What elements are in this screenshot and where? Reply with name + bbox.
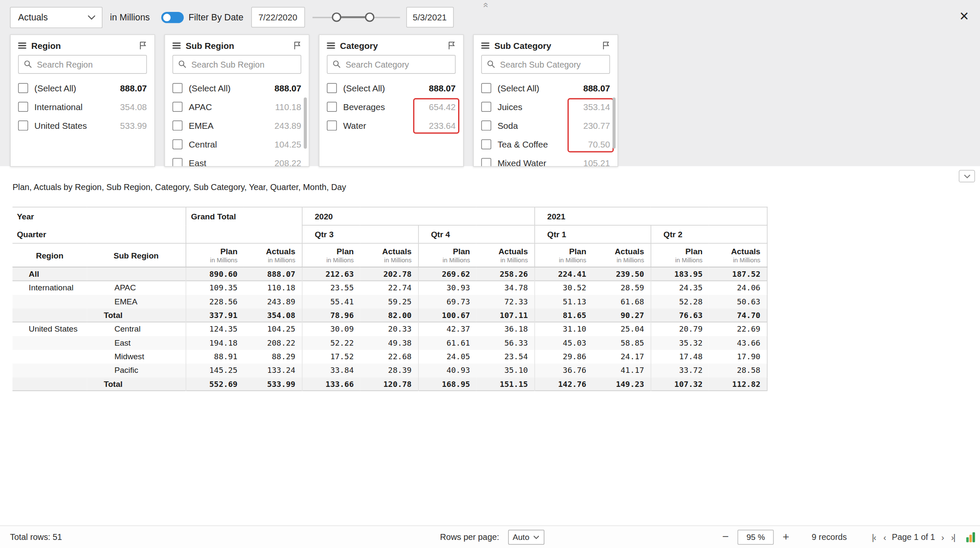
menu-icon[interactable]: [173, 43, 181, 49]
filter-item-value: 354.08: [120, 102, 147, 112]
measure-header-row: RegionSub RegionPlanin MillionsActualsin…: [12, 243, 767, 267]
next-page-button[interactable]: ›: [937, 532, 947, 542]
filter-item--select-all-[interactable]: (Select All)888.07: [474, 79, 618, 97]
slider-handle-start[interactable]: [332, 12, 341, 22]
filter-item-label: (Select All): [34, 83, 76, 93]
subregion-cell: EMEA: [87, 295, 185, 308]
filter-item-tea-coffee[interactable]: Tea & Coffee70.50: [474, 135, 618, 153]
checkbox[interactable]: [18, 121, 28, 131]
checkbox[interactable]: [481, 139, 491, 150]
plan-column-header: Planin Millions: [418, 243, 476, 267]
filter-item-label: International: [34, 102, 83, 112]
flag-button[interactable]: [602, 41, 610, 50]
flag-icon: [447, 41, 456, 50]
filter-item-apac[interactable]: APAC110.18: [165, 97, 309, 116]
flag-button[interactable]: [139, 41, 147, 50]
checkbox[interactable]: [173, 139, 183, 150]
value-cell: 24.05: [418, 349, 476, 363]
flag-button[interactable]: [293, 41, 301, 50]
filter-item-value: 533.99: [120, 121, 147, 131]
zoom-level[interactable]: 95 %: [738, 529, 774, 544]
zoom-out-button[interactable]: −: [718, 531, 732, 544]
plan-column-header: Planin Millions: [185, 243, 244, 267]
scrollbar-thumb[interactable]: [304, 97, 307, 148]
pivot-body: All890.60888.07212.63202.78269.62258.262…: [12, 267, 767, 391]
last-page-button[interactable]: ›|: [947, 532, 959, 542]
filter-item--select-all-[interactable]: (Select All)888.07: [165, 79, 309, 97]
scrollbar-thumb[interactable]: [612, 97, 615, 148]
search-input[interactable]: Search Sub Category: [481, 55, 610, 74]
checkbox[interactable]: [481, 102, 491, 112]
value-cell: 100.67: [418, 308, 476, 322]
checkbox[interactable]: [18, 102, 28, 112]
filter-item-international[interactable]: International354.08: [11, 97, 154, 116]
first-page-button[interactable]: |‹: [868, 532, 880, 542]
value-cell: 81.65: [534, 308, 593, 322]
region-cell: [12, 349, 87, 363]
actuals-column-header: Actualsin Millions: [244, 243, 302, 267]
slider-handle-end[interactable]: [365, 12, 374, 22]
menu-icon[interactable]: [481, 43, 489, 49]
checkbox[interactable]: [327, 83, 337, 93]
checkbox[interactable]: [481, 158, 491, 167]
filter-item-beverages[interactable]: Beverages654.42: [319, 97, 463, 116]
checkbox[interactable]: [481, 121, 491, 131]
end-date-input[interactable]: 5/3/2021: [406, 7, 453, 27]
start-date-input[interactable]: 7/22/2020: [251, 7, 305, 27]
search-input[interactable]: Search Sub Region: [173, 55, 302, 74]
filter-item-juices[interactable]: Juices353.14: [474, 97, 618, 116]
value-cell: 30.52: [534, 281, 593, 294]
search-input[interactable]: Search Region: [18, 55, 147, 74]
menu-icon[interactable]: [327, 43, 335, 49]
filter-item-central[interactable]: Central104.25: [165, 135, 309, 153]
checkbox[interactable]: [173, 83, 183, 93]
value-cell: 35.32: [651, 336, 709, 349]
chevron-down-icon: [533, 535, 539, 539]
value-cell: 90.27: [593, 308, 651, 322]
value-cell: 41.17: [593, 363, 651, 377]
panel-header: Region: [11, 35, 154, 54]
checkbox[interactable]: [18, 83, 28, 93]
filter-item-value: 353.14: [583, 102, 610, 112]
date-range-slider[interactable]: [312, 9, 400, 26]
subregion-column-header: Sub Region: [87, 243, 185, 267]
rows-per-page-select[interactable]: Auto: [508, 529, 544, 544]
filter-item-emea[interactable]: EMEA243.89: [165, 116, 309, 135]
checkbox[interactable]: [327, 102, 337, 112]
prev-page-button[interactable]: ‹: [880, 532, 889, 542]
pivot-table-container: YearGrand Total20202021QuarterQtr 3Qtr 4…: [12, 207, 980, 391]
value-cell: 890.60: [185, 267, 244, 281]
value-cell: 17.90: [709, 349, 767, 363]
filter-item-label: Central: [189, 139, 217, 150]
filter-item-east[interactable]: East208.22: [165, 153, 309, 167]
value-cell: 56.33: [476, 336, 535, 349]
checkbox[interactable]: [481, 83, 491, 93]
checkbox[interactable]: [173, 102, 183, 112]
checkbox[interactable]: [173, 158, 183, 167]
filter-item-soda[interactable]: Soda230.77: [474, 116, 618, 135]
toggle-knob: [163, 14, 171, 21]
filter-by-date-toggle[interactable]: [161, 11, 184, 23]
plan-column-header: Planin Millions: [302, 243, 360, 267]
expand-toolbar-button[interactable]: [959, 170, 975, 182]
panel-header: Category: [319, 35, 463, 54]
filter-item-united-states[interactable]: United States533.99: [11, 116, 154, 135]
collapse-filters-icon[interactable]: »: [479, 3, 491, 8]
quarter-row-label: Quarter: [12, 225, 185, 244]
subregion-cell: Pacific: [87, 363, 185, 377]
filter-item-mixed-water[interactable]: Mixed Water105.21: [474, 153, 618, 167]
checkbox[interactable]: [327, 121, 337, 131]
close-icon[interactable]: ×: [960, 6, 969, 25]
menu-icon[interactable]: [18, 43, 26, 49]
flag-button[interactable]: [447, 41, 456, 50]
checkbox[interactable]: [173, 121, 183, 131]
filter-item-water[interactable]: Water233.64: [319, 116, 463, 135]
zoom-in-button[interactable]: +: [779, 531, 793, 544]
measure-dropdown[interactable]: Actuals: [10, 6, 103, 28]
filter-item--select-all-[interactable]: (Select All)888.07: [319, 79, 463, 97]
filter-item-label: Soda: [498, 121, 518, 131]
app-logo-icon: [966, 531, 975, 542]
search-input[interactable]: Search Category: [327, 55, 456, 74]
pivot-header: YearGrand Total20202021QuarterQtr 3Qtr 4…: [12, 207, 767, 267]
filter-item--select-all-[interactable]: (Select All)888.07: [11, 79, 154, 97]
